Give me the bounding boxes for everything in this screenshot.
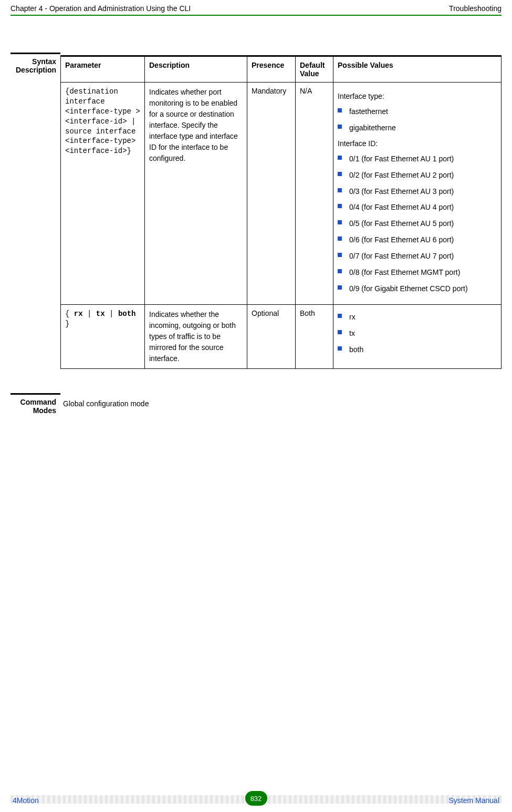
- list-item: 0/4 (for Fast Ethernet AU 4 port): [338, 202, 497, 212]
- list-item: 0/8 (for Fast Ethernet MGMT port): [338, 268, 497, 277]
- th-presence: Presence: [247, 56, 296, 83]
- footer-right-text: System Manual: [449, 796, 499, 805]
- th-default-value: Default Value: [296, 56, 333, 83]
- th-parameter: Parameter: [61, 56, 145, 83]
- command-modes-label: Command Modes: [11, 393, 60, 415]
- cell-parameter: { rx | tx | both }: [61, 304, 145, 368]
- page-footer: 832 4Motion System Manual: [0, 795, 512, 805]
- table-header-row: Parameter Description Presence Default V…: [61, 56, 501, 83]
- list-item: 0/2 (for Fast Ethernet AU 2 port): [338, 170, 497, 180]
- cell-default: N/A: [296, 83, 333, 305]
- syntax-description-label: Syntax Description: [11, 53, 60, 74]
- header-right: Troubleshooting: [449, 4, 501, 13]
- page-header: Chapter 4 - Operation and Administration…: [0, 0, 512, 15]
- list-item: 0/6 (for Fast Ethernet AU 6 port): [338, 235, 497, 245]
- list-item: tx: [338, 328, 497, 338]
- list-item: fastethernet: [338, 107, 497, 117]
- syntax-label-line2: Description: [11, 66, 56, 74]
- cell-description: Indicates whether port monitoring is to …: [145, 83, 247, 305]
- list-item: 0/3 (for Fast Ethernet AU 3 port): [338, 187, 497, 197]
- interface-type-heading: Interface type:: [338, 92, 497, 100]
- param-text: }: [65, 320, 69, 328]
- th-description: Description: [145, 56, 247, 83]
- list-item: 0/1 (for Fast Ethernet AU 1 port): [338, 154, 497, 164]
- command-modes-text: Global configuration mode: [60, 396, 501, 408]
- cell-possible-values: Interface type: fastethernet gigabitethe…: [333, 83, 501, 305]
- param-bold: tx: [96, 310, 105, 318]
- param-text: {: [65, 310, 74, 318]
- th-possible-values: Possible Values: [333, 56, 501, 83]
- cell-parameter: {destination interface <interface-type >…: [61, 83, 145, 305]
- cell-description: Indicates whether the incoming, outgoing…: [145, 304, 247, 368]
- param-bold: rx: [74, 310, 83, 318]
- param-text: |: [83, 310, 96, 318]
- cell-possible-values: rx tx both: [333, 304, 501, 368]
- interface-id-heading: Interface ID:: [338, 139, 497, 148]
- cell-presence: Optional: [247, 304, 296, 368]
- list-item: rx: [338, 312, 497, 322]
- list-item: 0/9 (for Gigabit Ethernet CSCD port): [338, 284, 497, 294]
- list-item: gigabitetherne: [338, 123, 497, 133]
- header-left: Chapter 4 - Operation and Administration…: [11, 4, 191, 13]
- list-item: 0/5 (for Fast Ethernet AU 5 port): [338, 219, 497, 229]
- list-item: 0/7 (for Fast Ethernet AU 7 port): [338, 251, 497, 261]
- list-item: both: [338, 345, 497, 355]
- param-bold: both: [118, 310, 136, 318]
- cell-default: Both: [296, 304, 333, 368]
- cell-presence: Mandatory: [247, 83, 296, 305]
- parameters-table: Parameter Description Presence Default V…: [60, 55, 501, 369]
- modes-label-line2: Modes: [11, 406, 56, 415]
- table-row: {destination interface <interface-type >…: [61, 83, 501, 305]
- syntax-label-line1: Syntax: [11, 57, 56, 66]
- table-row: { rx | tx | both } Indicates whether the…: [61, 304, 501, 368]
- param-text: |: [105, 310, 118, 318]
- footer-left-text: 4Motion: [13, 796, 39, 805]
- modes-label-line1: Command: [11, 398, 56, 406]
